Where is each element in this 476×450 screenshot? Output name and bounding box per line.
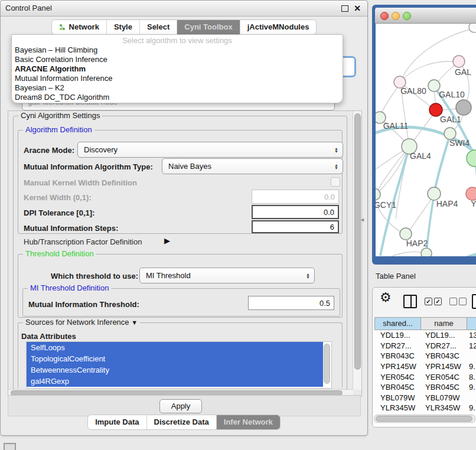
close-icon[interactable]: ✕ (354, 3, 361, 14)
minimize-traffic-light-icon[interactable] (392, 12, 400, 20)
checked-checkbox-icon[interactable]: ✓ (434, 298, 442, 305)
which-threshold-combo[interactable]: MI Threshold ▲▼ (139, 268, 315, 283)
tab-impute-data[interactable]: Impute Data (88, 415, 146, 429)
expand-right-icon[interactable]: ▶ (164, 236, 170, 245)
table-row[interactable]: YPR145WYPR145W9. (374, 361, 476, 372)
table-hscroll-thumb[interactable] (376, 416, 472, 422)
gear-icon[interactable]: ⚙ (380, 290, 392, 305)
hub-definition-label[interactable]: Hub/Transcription Factor Definition (24, 237, 142, 246)
network-node[interactable] (467, 150, 476, 167)
mi-algorithm-type-label: Mutual Information Algorithm Type: (24, 162, 153, 171)
unchecked-checkbox-icon[interactable] (449, 298, 457, 305)
attr-list-scrollbar[interactable] (324, 344, 330, 384)
dropdown-item[interactable]: ARACNE Algorithm (12, 64, 343, 74)
apply-strip: Apply (8, 395, 361, 416)
network-window-titlebar[interactable] (375, 8, 476, 24)
mi-algorithm-type-combo[interactable]: Naive Bayes ▲▼ (162, 158, 343, 174)
bottom-tabbar: Impute DataDiscretize DataInfer Network (1, 415, 367, 430)
node-label: HAP4 (436, 199, 458, 208)
network-node-y[interactable] (466, 187, 476, 200)
table-row[interactable]: YER054CYER054C8. (374, 371, 476, 382)
tab-jactivemnodules[interactable]: jActiveMNodules (240, 20, 317, 34)
algorithm-dropdown-popup: Select algorithm to view settings Bayesi… (11, 34, 343, 103)
control-panel-tabbar: NetworkStyleSelectCyni ToolboxjActiveMNo… (1, 19, 367, 35)
attribute-item[interactable]: TopologicalCoefficient (27, 353, 323, 364)
table-body: shared... name YDL19...YDL19...13YDR27..… (373, 317, 476, 427)
control-panel-window: Control Panel ✕ NetworkStyleSelectCyni T… (0, 0, 368, 436)
network-node-gal[interactable] (453, 56, 465, 67)
tab-select[interactable]: Select (140, 20, 177, 34)
network-node[interactable] (469, 24, 476, 32)
table-row[interactable]: YBR043CYBR043C (374, 351, 476, 361)
tab-discretize-data[interactable]: Discretize Data (147, 415, 217, 429)
dropdown-item[interactable]: Bayesian – K2 (12, 83, 343, 93)
close-traffic-light-icon[interactable] (380, 12, 389, 20)
splitter-collapse-icon[interactable]: ◄ (360, 217, 365, 223)
dropdown-item[interactable]: Basic Correlation Inference (12, 55, 343, 64)
mi-threshold-field[interactable]: 0.5 (248, 296, 334, 310)
network-node[interactable] (456, 100, 471, 115)
table-rows[interactable]: YDL19...YDL19...13YDR27...YDR27...12YBR0… (374, 330, 476, 414)
cyni-algorithm-settings-title: Cyni Algorithm Settings (18, 111, 102, 120)
table-row[interactable]: YBR045CYBR045C9. (374, 382, 476, 393)
node-label: GAL4 (410, 151, 431, 161)
manual-kernel-label: Manual Kernel Width Definition (24, 178, 137, 187)
table-row[interactable]: YLR345WYLR345W9. (374, 403, 476, 413)
dpi-tolerance-field[interactable]: 0.0 (252, 205, 339, 219)
table-row[interactable]: YDR27...YDR27...12 (374, 341, 476, 351)
dropdown-item[interactable]: Mutual Information Inference (12, 74, 343, 83)
tab-cyni-toolbox[interactable]: Cyni Toolbox (177, 20, 240, 34)
table-row[interactable]: YIL052CYIL052C0. (374, 413, 476, 414)
tab-network[interactable]: Network (52, 20, 107, 34)
apply-button[interactable]: Apply (159, 399, 202, 413)
control-panel-title: Control Panel (5, 1, 52, 16)
minimized-panel-icon[interactable] (4, 443, 16, 450)
table-hscrollbar[interactable] (374, 415, 475, 423)
node-label: GCY1 (376, 200, 396, 210)
table-row[interactable]: YDL19...YDL19...13 (374, 330, 476, 341)
algorithm-definition-title: Algorithm Definition (23, 125, 94, 134)
network-icon (59, 24, 66, 31)
zoom-traffic-light-icon[interactable] (403, 12, 411, 20)
control-panel-titlebar[interactable]: Control Panel ✕ (1, 1, 367, 17)
attribute-item[interactable]: BetweennessCentrality (27, 364, 323, 376)
attribute-item[interactable]: SelfLoops (27, 342, 323, 353)
sources-title: Sources for Network Inference ▼ (23, 318, 140, 327)
network-node-gal10[interactable] (428, 80, 440, 92)
kernel-width-field[interactable]: 0.0 (252, 190, 339, 204)
tab-style[interactable]: Style (107, 20, 140, 34)
network-node-gcy1[interactable] (376, 188, 380, 200)
columns-icon[interactable] (403, 295, 417, 308)
settings-vscroll-thumb[interactable] (354, 113, 361, 370)
network-node[interactable] (421, 248, 432, 256)
unchecked-checkbox-icon[interactable] (459, 298, 467, 305)
document-icon[interactable] (472, 294, 476, 309)
float-window-icon[interactable] (341, 5, 348, 12)
mi-threshold-label: Mutual Information Threshold: (28, 300, 139, 309)
manual-kernel-checkbox[interactable] (331, 177, 340, 187)
collapse-down-icon[interactable]: ▼ (131, 319, 138, 326)
settings-vscrollbar[interactable] (353, 111, 361, 390)
node-label: GAL80 (400, 86, 426, 96)
network-view-window[interactable]: GALGAL80GAL10GAL1GAL11SWI4GAL4GCY1HAP4YH… (372, 5, 476, 265)
aracne-mode-combo[interactable]: Discovery ▲▼ (77, 142, 343, 158)
network-node-hap2[interactable] (400, 228, 412, 240)
dropdown-item[interactable]: Bayesian – Hill Climbing (12, 45, 343, 55)
combo-arrows-icon: ▲▼ (334, 164, 338, 169)
column-header-name[interactable]: name (420, 317, 467, 330)
dropdown-item[interactable]: Dream8 DC_TDC Algorithm (12, 93, 343, 102)
network-node-swi4[interactable] (444, 128, 456, 139)
cyni-settings-panel: Cyni Algorithm Settings Algorithm Defini… (8, 110, 362, 396)
column-header-partial[interactable] (467, 317, 476, 330)
checked-checkbox-icon[interactable]: ✓ (425, 298, 432, 305)
tab-infer-network[interactable]: Infer Network (217, 415, 280, 429)
dropdown-prompt: Select algorithm to view settings (12, 35, 343, 45)
mi-steps-field[interactable]: 6 (252, 220, 339, 233)
attribute-item[interactable]: gal4RGexp (27, 376, 323, 387)
column-header-shared[interactable]: shared... (374, 317, 421, 330)
table-row[interactable]: YBL079WYBL079W (374, 393, 476, 403)
network-node-hap4[interactable] (428, 187, 441, 200)
network-canvas[interactable]: GALGAL80GAL10GAL1GAL11SWI4GAL4GCY1HAP4YH… (376, 24, 476, 256)
dpi-tolerance-label: DPI Tolerance [0,1]: (24, 208, 94, 217)
data-attributes-list[interactable]: SelfLoopsTopologicalCoefficientBetweenne… (26, 341, 332, 389)
